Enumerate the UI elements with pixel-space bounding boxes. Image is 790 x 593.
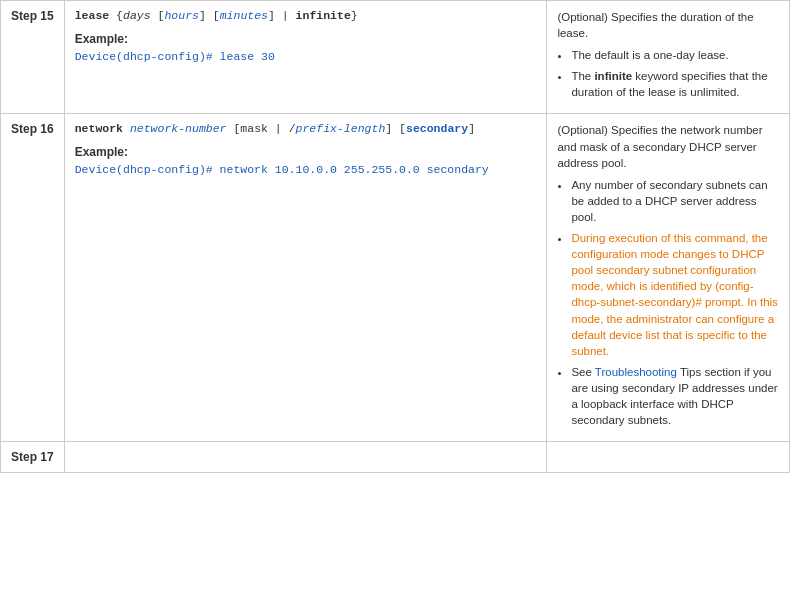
syntax-secondary: secondary bbox=[406, 122, 468, 135]
step-15-bullet-1-text: The default is a one-day lease. bbox=[571, 49, 728, 61]
step-16-bullet-1-text: Any number of secondary subnets can be a… bbox=[571, 179, 767, 223]
step-17-description bbox=[547, 442, 790, 473]
step-17-command-cell bbox=[64, 442, 547, 473]
syntax-bracket2: ] [ bbox=[199, 9, 220, 22]
syntax-hours: hours bbox=[164, 9, 199, 22]
syntax-bracket-secondary-close: ] bbox=[468, 122, 475, 135]
step-16-bullet-list: Any number of secondary subnets can be a… bbox=[571, 177, 779, 428]
syntax-infinite: infinite bbox=[296, 9, 351, 22]
infinite-bold: infinite bbox=[594, 70, 632, 82]
step-16-number: Step 16 bbox=[11, 122, 54, 136]
syntax-space bbox=[123, 122, 130, 135]
step-16-description: (Optional) Specifies the network number … bbox=[547, 114, 790, 442]
step-16-bullet-3: See Troubleshooting Tips section if you … bbox=[571, 364, 779, 428]
step-15-label: Step 15 bbox=[1, 1, 65, 114]
syntax-pipe: | / bbox=[268, 122, 296, 135]
step-15-command-cell: lease {days [hours] [minutes] | infinite… bbox=[64, 1, 547, 114]
step-16-command-cell: network network-number [mask | /prefix-l… bbox=[64, 114, 547, 442]
syntax-brace-close: } bbox=[351, 9, 358, 22]
syntax-days: days bbox=[123, 9, 151, 22]
step-15-syntax: lease {days [hours] [minutes] | infinite… bbox=[75, 9, 537, 22]
step-15-bullet-list: The default is a one-day lease. The infi… bbox=[571, 47, 779, 100]
troubleshooting-link[interactable]: Troubleshooting bbox=[595, 366, 677, 378]
syntax-mask: mask bbox=[240, 122, 268, 135]
step-16-bullet-2: During execution of this command, the co… bbox=[571, 230, 779, 359]
step-15-bullet-1: The default is a one-day lease. bbox=[571, 47, 779, 63]
step-15-bullet-2-text: The infinite keyword specifies that the … bbox=[571, 70, 767, 98]
step-16-example-code: Device(dhcp-config)# network 10.10.0.0 2… bbox=[75, 163, 537, 176]
step-16-bullet-1: Any number of secondary subnets can be a… bbox=[571, 177, 779, 225]
step-15-description: (Optional) Specifies the duration of the… bbox=[547, 1, 790, 114]
step-15-example-code: Device(dhcp-config)# lease 30 bbox=[75, 50, 537, 63]
syntax-minutes: minutes bbox=[220, 9, 268, 22]
step-16-desc-intro: (Optional) Specifies the network number … bbox=[557, 122, 779, 170]
syntax-bracket-mask-close: ] [ bbox=[385, 122, 406, 135]
step-15-bullet-2: The infinite keyword specifies that the … bbox=[571, 68, 779, 100]
step-15-example-label: Example: bbox=[75, 32, 537, 46]
syntax-keyword-lease: lease bbox=[75, 9, 116, 22]
syntax-bracket1: [ bbox=[151, 9, 165, 22]
step-17-label: Step 17 bbox=[1, 442, 65, 473]
step-16-syntax: network network-number [mask | /prefix-l… bbox=[75, 122, 537, 135]
step-17-number: Step 17 bbox=[11, 450, 54, 464]
step-16-example-label: Example: bbox=[75, 145, 537, 159]
syntax-bracket-mask-open: [ bbox=[227, 122, 241, 135]
step-15-desc-intro: (Optional) Specifies the duration of the… bbox=[557, 9, 779, 41]
syntax-keyword-network: network bbox=[75, 122, 123, 135]
syntax-bracket3: ] | bbox=[268, 9, 296, 22]
syntax-prefix-length: prefix-length bbox=[296, 122, 386, 135]
step-16-bullet-3-text: See Troubleshooting Tips section if you … bbox=[571, 366, 777, 426]
step-number: Step 15 bbox=[11, 9, 54, 23]
syntax-network-number: network-number bbox=[130, 122, 227, 135]
step-16-bullet-2-text: During execution of this command, the co… bbox=[571, 232, 777, 357]
syntax-brace-open: { bbox=[116, 9, 123, 22]
step-16-label: Step 16 bbox=[1, 114, 65, 442]
